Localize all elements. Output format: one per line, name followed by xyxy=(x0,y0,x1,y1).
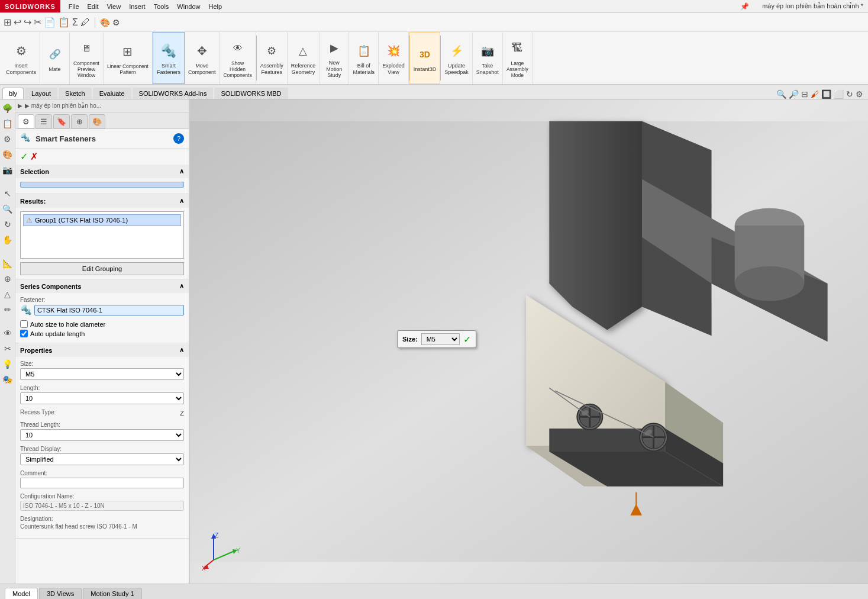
tab-layout[interactable]: Layout xyxy=(25,88,57,99)
results-item-0[interactable]: ⚠ Group1 (CTSK Flat ISO 7046-1) xyxy=(23,214,181,226)
view-icon-search[interactable]: 🔍 xyxy=(776,89,786,99)
panel-tab-list[interactable]: ☰ xyxy=(36,114,52,128)
menu-insert[interactable]: Insert xyxy=(125,2,149,11)
toolbar-icon-5[interactable]: 📄 xyxy=(44,17,56,28)
ribbon-update-speedpak[interactable]: ⚡ UpdateSpeedpak xyxy=(441,32,473,84)
ribbon-component-preview[interactable]: 🖥 ComponentPreviewWindow xyxy=(70,32,104,84)
menu-window[interactable]: Window xyxy=(173,2,204,11)
ribbon-move-component[interactable]: ✥ MoveComponent xyxy=(185,32,220,84)
tab-evaluate[interactable]: Evaluate xyxy=(93,88,131,99)
toolbar-icon-6[interactable]: 📋 xyxy=(58,17,70,28)
ribbon-instant3d[interactable]: 3D Instant3D xyxy=(409,32,441,84)
left-icon-appear[interactable]: 🎭 xyxy=(1,373,14,386)
left-icon-pan[interactable]: ✋ xyxy=(1,233,14,246)
view-icon-3d-2[interactable]: ⬜ xyxy=(834,89,844,99)
toolbar-icon-color[interactable]: 🎨 xyxy=(100,18,110,27)
left-icon-measure[interactable]: 📐 xyxy=(1,257,14,270)
ribbon-mate[interactable]: 🔗 Mate xyxy=(40,32,70,84)
ribbon-new-motion-study[interactable]: ▶ NewMotionStudy xyxy=(320,32,349,84)
auto-update-checkbox[interactable] xyxy=(20,330,28,337)
view-icon-paint[interactable]: 🖌 xyxy=(811,89,819,99)
tab-sketch[interactable]: Sketch xyxy=(59,88,92,99)
toolbar-icon-4[interactable]: ✂ xyxy=(34,17,41,28)
panel-tab-color[interactable]: 🎨 xyxy=(89,114,105,128)
ok-button[interactable]: ✓ xyxy=(20,151,28,162)
comment-input[interactable] xyxy=(20,478,184,488)
edit-grouping-button[interactable]: Edit Grouping xyxy=(20,262,184,275)
size-popup-select[interactable]: M5 M3 M4 M6 xyxy=(421,333,460,345)
panel-tab-crosshair[interactable]: ⊕ xyxy=(71,114,88,128)
ribbon-show-hidden[interactable]: 👁 ShowHiddenComponents xyxy=(220,32,256,84)
tab-mbd[interactable]: SOLIDWORKS MBD xyxy=(214,88,288,99)
left-icon-tree[interactable]: 🌳 xyxy=(1,102,14,115)
menu-tools[interactable]: Tools xyxy=(150,2,173,11)
auto-size-checkbox[interactable] xyxy=(20,320,28,328)
selection-section-content xyxy=(15,178,189,194)
toolbar-icon-2[interactable]: ↩ xyxy=(14,17,21,28)
ribbon-take-snapshot[interactable]: 📷 TakeSnapshot xyxy=(473,32,503,84)
bottom-tab-3dviews[interactable]: 3D Views xyxy=(39,588,82,599)
ribbon-reference-geometry[interactable]: △ ReferenceGeometry xyxy=(288,32,320,84)
tab-assembly[interactable]: bly xyxy=(2,88,24,99)
series-components-header[interactable]: Series Components ∧ xyxy=(15,279,189,293)
left-icon-ref[interactable]: △ xyxy=(1,288,14,301)
bottom-tab-motion-study[interactable]: Motion Study 1 xyxy=(83,588,141,599)
thread-display-select[interactable]: Simplified Schematic Cosmetic xyxy=(20,453,184,465)
left-icon-props[interactable]: 📋 xyxy=(1,117,14,130)
auto-size-label: Auto size to hole diameter xyxy=(30,321,105,328)
properties-section-header[interactable]: Properties ∧ xyxy=(15,343,189,357)
x-axis-label: X xyxy=(202,565,206,572)
comment-field-row: Comment: xyxy=(20,470,184,488)
thread-length-select[interactable]: 10 6 8 xyxy=(20,429,184,441)
view-icon-spin[interactable]: ↻ xyxy=(846,89,853,99)
ribbon-smart-fasteners[interactable]: 🔩 SmartFasteners xyxy=(153,32,185,84)
left-icon-hide[interactable]: 👁 xyxy=(1,327,14,340)
toolbar-icon-settings[interactable]: ⚙ xyxy=(112,18,120,27)
menu-file[interactable]: File xyxy=(65,2,83,11)
pin-icon[interactable]: 📌 xyxy=(740,2,749,11)
bottom-tab-model[interactable]: Model xyxy=(5,588,38,599)
left-icon-config[interactable]: ⚙ xyxy=(1,133,14,146)
toolbar-icon-7[interactable]: Σ xyxy=(72,17,78,28)
view-icon-3d-1[interactable]: 🔲 xyxy=(821,89,831,99)
view-icon-settings[interactable]: ⚙ xyxy=(856,89,863,99)
toolbar-icon-3[interactable]: ↪ xyxy=(24,17,31,28)
results-list: ⚠ Group1 (CTSK Flat ISO 7046-1) xyxy=(20,211,184,259)
toolbar-icon-1[interactable]: ⊞ xyxy=(4,17,11,28)
cancel-button[interactable]: ✗ xyxy=(30,151,38,162)
menu-help[interactable]: Help xyxy=(205,2,225,11)
menu-view[interactable]: View xyxy=(103,2,124,11)
config-name-field-row: Configuration Name: xyxy=(20,493,184,511)
3d-viewport[interactable]: Size: M5 M3 M4 M6 ✓ Z Y xyxy=(190,99,868,584)
results-section-header[interactable]: Results: ∧ xyxy=(15,194,189,208)
toolbar-icon-8[interactable]: 🖊 xyxy=(80,17,90,28)
size-select[interactable]: M5 M3 M4 M6 xyxy=(20,368,184,380)
tab-addins[interactable]: SOLIDWORKS Add-Ins xyxy=(133,88,214,99)
left-icon-dim[interactable]: ⊕ xyxy=(1,272,14,285)
size-ok-button[interactable]: ✓ xyxy=(463,334,471,345)
length-select[interactable]: 10 6 8 12 xyxy=(20,392,184,404)
left-icon-display[interactable]: 🎨 xyxy=(1,148,14,161)
ribbon-assembly-features[interactable]: ⚙ AssemblyFeatures xyxy=(257,32,288,84)
left-icon-select[interactable]: ↖ xyxy=(1,187,14,200)
left-icon-section[interactable]: ✂ xyxy=(1,342,14,355)
left-icon-sketch2[interactable]: ✏ xyxy=(1,303,14,316)
left-icon-camera[interactable]: 📷 xyxy=(1,163,14,176)
panel-help-button[interactable]: ? xyxy=(173,133,184,144)
ribbon-large-assembly-mode[interactable]: 🏗 LargeAssemblyMode xyxy=(503,32,533,84)
panel-tab-bookmark[interactable]: 🔖 xyxy=(53,114,70,128)
view-icon-filter[interactable]: ⊟ xyxy=(801,89,808,99)
ribbon-insert-components[interactable]: ⚙ InsertComponents xyxy=(2,32,40,84)
panel-tab-smartfeatures[interactable]: ⚙ xyxy=(18,114,34,128)
view-icon-search2[interactable]: 🔎 xyxy=(789,89,799,99)
selection-section-header[interactable]: Selection ∧ xyxy=(15,165,189,178)
menu-edit[interactable]: Edit xyxy=(84,2,102,11)
ribbon-exploded-view[interactable]: 💥 ExplodedView xyxy=(379,32,409,84)
fastener-input[interactable] xyxy=(34,305,184,315)
left-icon-lights[interactable]: 💡 xyxy=(1,358,14,371)
ribbon-linear-pattern[interactable]: ⊞ Linear ComponentPattern xyxy=(104,32,153,84)
selection-box[interactable] xyxy=(20,182,184,188)
left-icon-zoom[interactable]: 🔍 xyxy=(1,202,14,215)
ribbon-bill-of-materials[interactable]: 📋 Bill ofMaterials xyxy=(349,32,379,84)
left-icon-rotate[interactable]: ↻ xyxy=(1,218,14,231)
